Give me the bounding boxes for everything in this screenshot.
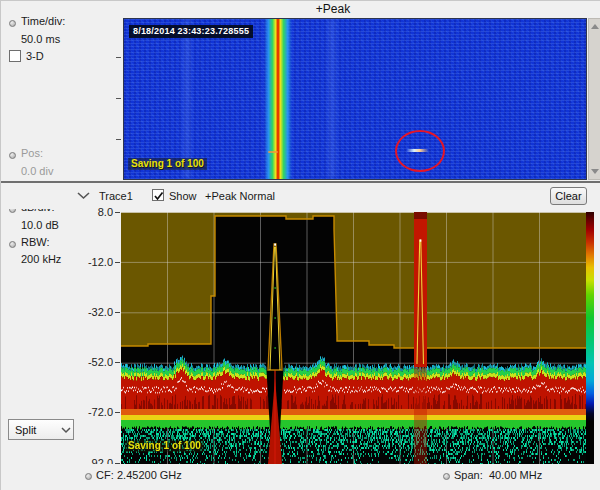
cf-label: CF: bbox=[96, 469, 114, 481]
spectrogram-scrollbar[interactable] bbox=[588, 18, 600, 180]
rbw-value[interactable]: 200 kHz bbox=[21, 253, 61, 265]
spectrogram-saving-status: Saving 1 of 100 bbox=[128, 158, 207, 170]
transient-signal-mark bbox=[268, 151, 278, 153]
chevron-down-icon bbox=[59, 419, 73, 440]
rbw-label: RBW: bbox=[21, 236, 50, 248]
noise-streak bbox=[183, 19, 191, 179]
amplitude-tick-label: 8.0 bbox=[59, 206, 113, 218]
cf-value[interactable]: 2.45200 GHz bbox=[117, 469, 182, 481]
pos-bullet-icon bbox=[9, 152, 16, 159]
scroll-up-icon[interactable] bbox=[591, 24, 599, 29]
db-div-value[interactable]: 10.0 dB bbox=[21, 219, 59, 231]
span-value[interactable]: 40.00 MHz bbox=[489, 469, 542, 481]
clear-button[interactable]: Clear bbox=[550, 187, 587, 205]
amplitude-tick-mark bbox=[115, 412, 120, 413]
split-dropdown[interactable]: Split bbox=[8, 419, 74, 440]
span-bullet-icon bbox=[443, 473, 450, 480]
page-title: +Peak bbox=[123, 2, 543, 16]
spectrogram-display[interactable]: 8/18/2014 23:43:23.728555 Saving 1 of 10… bbox=[123, 18, 587, 180]
trace-name-label[interactable]: Trace1 bbox=[99, 190, 133, 202]
app-window: Time/div: 50.0 ms 3-D Pos: 0.0 div dB/di… bbox=[0, 0, 600, 490]
amplitude-tick-mark bbox=[115, 312, 120, 313]
amplitude-tick-mark bbox=[115, 212, 120, 213]
rbw-bullet-icon bbox=[9, 241, 16, 248]
amplitude-tick-label: -32.0 bbox=[59, 306, 113, 318]
show-checkbox[interactable] bbox=[152, 189, 164, 201]
spectrum-saving-status: Saving 1 of 100 bbox=[125, 440, 204, 452]
checkmark-icon bbox=[153, 190, 165, 202]
spectrogram-timestamp: 8/18/2014 23:43:23.728555 bbox=[129, 25, 253, 38]
signal-stripe bbox=[264, 19, 292, 179]
time-div-label: Time/div: bbox=[21, 15, 65, 27]
cf-bullet-icon bbox=[85, 473, 92, 480]
time-div-tick bbox=[116, 57, 121, 58]
show-label: Show bbox=[169, 190, 197, 202]
amplitude-tick-mark bbox=[115, 362, 120, 363]
threed-checkbox[interactable] bbox=[9, 50, 21, 62]
amplitude-tick-label: -52.0 bbox=[59, 356, 113, 368]
time-div-value[interactable]: 50.0 ms bbox=[21, 33, 60, 45]
pos-value: 0.0 div bbox=[21, 165, 53, 177]
amplitude-tick-label: -72.0 bbox=[59, 406, 113, 418]
scroll-down-icon[interactable] bbox=[591, 169, 599, 174]
span-label: Span: bbox=[454, 469, 483, 481]
split-dropdown-value: Split bbox=[15, 424, 59, 436]
threed-label: 3-D bbox=[26, 50, 44, 62]
amplitude-tick-label: -12.0 bbox=[59, 256, 113, 268]
time-div-bullet-icon bbox=[9, 20, 16, 27]
spectrum-display[interactable]: Saving 1 of 100 bbox=[121, 212, 594, 464]
time-div-tick bbox=[116, 139, 121, 140]
trace-collapse-chevron-icon[interactable] bbox=[77, 192, 91, 200]
status-bar: CF: 2.45200 GHz Span: 40.00 MHz bbox=[1, 464, 600, 490]
pos-label: Pos: bbox=[21, 147, 43, 159]
spectrum-trace-layer bbox=[121, 212, 594, 464]
transient-annotation-ellipse bbox=[395, 130, 445, 172]
time-div-tick bbox=[116, 98, 121, 99]
noise-streak bbox=[328, 19, 336, 179]
amplitude-tick-mark bbox=[115, 262, 120, 263]
clear-button-label: Clear bbox=[555, 190, 581, 202]
trace-mode-label[interactable]: +Peak Normal bbox=[205, 190, 275, 202]
